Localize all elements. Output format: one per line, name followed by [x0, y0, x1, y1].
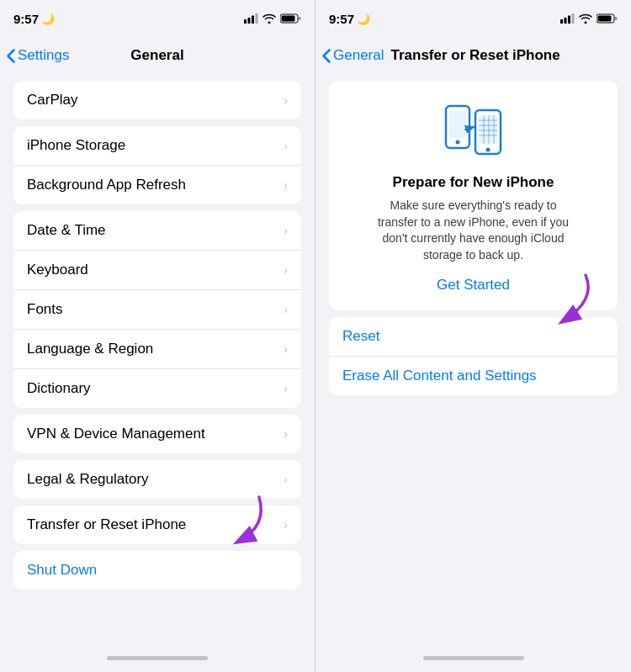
home-indicator-left: [0, 643, 315, 672]
transfer-phones-icon: [442, 98, 505, 161]
section-transfer-wrapper: Transfer or Reset iPhone ›: [13, 505, 301, 544]
time-right: 9:57: [329, 12, 354, 26]
wifi-icon-right: [579, 13, 592, 24]
menu-item-iphone-storage[interactable]: iPhone Storage ›: [13, 126, 301, 166]
dictionary-chevron: ›: [284, 382, 288, 395]
battery-icon-right: [597, 13, 618, 24]
back-label-left: Settings: [18, 47, 69, 64]
shutdown-label: Shut Down: [27, 562, 97, 579]
signal-icon-left: [244, 13, 258, 24]
language-region-chevron: ›: [284, 342, 288, 356]
scroll-content-left: CarPlay › iPhone Storage › Background Ap…: [0, 74, 315, 643]
moon-icon-right: 🌙: [357, 13, 370, 25]
reset-label: Reset: [342, 328, 379, 345]
menu-item-vpn[interactable]: VPN & Device Management ›: [13, 415, 301, 453]
fonts-chevron: ›: [284, 303, 288, 316]
menu-item-erase[interactable]: Erase All Content and Settings: [329, 357, 618, 395]
home-bar-left: [107, 656, 208, 660]
phone-illustration: [442, 98, 505, 161]
legal-label: Legal & Regulatory: [27, 471, 149, 488]
svg-point-27: [486, 148, 490, 152]
svg-rect-19: [479, 115, 497, 144]
iphone-storage-chevron: ›: [284, 139, 288, 152]
card-title: Prepare for New iPhone: [393, 174, 554, 191]
signal-icon-right: [560, 13, 575, 24]
status-bar-left: 9:57 🌙: [0, 0, 315, 37]
nav-title-left: General: [130, 47, 183, 64]
carplay-label: CarPlay: [27, 92, 77, 108]
svg-rect-10: [568, 16, 570, 24]
svg-rect-14: [615, 17, 618, 20]
get-started-link[interactable]: Get Started: [437, 277, 510, 294]
transfer-reset-label: Transfer or Reset iPhone: [27, 516, 186, 533]
background-refresh-chevron: ›: [284, 178, 288, 192]
svg-rect-11: [572, 13, 575, 24]
menu-item-carplay[interactable]: CarPlay ›: [13, 81, 301, 119]
time-left: 9:57: [13, 12, 39, 26]
svg-rect-2: [252, 16, 254, 24]
svg-rect-0: [244, 19, 247, 24]
menu-item-date-time[interactable]: Date & Time ›: [13, 211, 301, 251]
svg-rect-8: [560, 19, 563, 24]
svg-rect-16: [449, 111, 466, 138]
left-panel: 9:57 🌙: [0, 0, 316, 672]
section-transfer: Transfer or Reset iPhone ›: [13, 505, 301, 544]
svg-rect-13: [598, 16, 612, 22]
back-button-left[interactable]: Settings: [7, 47, 69, 64]
language-region-label: Language & Region: [27, 341, 153, 357]
transfer-reset-chevron: ›: [284, 518, 288, 532]
vpn-chevron: ›: [284, 427, 288, 441]
section-reset: Reset Erase All Content and Settings: [329, 317, 618, 395]
vpn-label: VPN & Device Management: [27, 426, 205, 442]
status-icons-left: [244, 13, 301, 24]
keyboard-chevron: ›: [284, 263, 288, 277]
date-time-label: Date & Time: [27, 222, 106, 239]
menu-item-transfer-reset[interactable]: Transfer or Reset iPhone ›: [13, 505, 301, 544]
wifi-icon-left: [262, 13, 276, 24]
erase-label: Erase All Content and Settings: [342, 368, 537, 384]
right-panel: 9:57 🌙: [316, 0, 631, 672]
menu-item-shutdown[interactable]: Shut Down: [13, 551, 301, 590]
section-carplay: CarPlay ›: [13, 81, 301, 119]
section-shutdown: Shut Down: [13, 551, 301, 590]
svg-rect-5: [282, 16, 295, 22]
section-reset-wrapper: Reset Erase All Content and Settings: [329, 317, 618, 395]
fonts-label: Fonts: [27, 301, 63, 318]
svg-rect-3: [256, 13, 258, 24]
carplay-chevron: ›: [284, 93, 288, 107]
svg-rect-9: [565, 18, 567, 24]
menu-item-keyboard[interactable]: Keyboard ›: [13, 251, 301, 290]
svg-rect-1: [248, 18, 251, 24]
battery-icon-left: [280, 13, 301, 24]
nav-bar-left: Settings General: [0, 37, 315, 74]
section-vpn: VPN & Device Management ›: [13, 415, 301, 453]
back-label-right: General: [333, 47, 384, 64]
back-chevron-right: [322, 49, 331, 63]
dictionary-label: Dictionary: [27, 380, 91, 397]
scroll-content-right: Prepare for New iPhone Make sure everyth…: [316, 74, 631, 643]
menu-item-dictionary[interactable]: Dictionary ›: [13, 369, 301, 408]
keyboard-label: Keyboard: [27, 262, 88, 278]
menu-item-legal[interactable]: Legal & Regulatory ›: [13, 460, 301, 499]
date-time-chevron: ›: [284, 224, 288, 237]
back-chevron-left: [7, 49, 15, 63]
moon-icon-left: 🌙: [41, 13, 55, 25]
status-bar-right: 9:57 🌙: [316, 0, 631, 37]
section-legal: Legal & Regulatory ›: [13, 460, 301, 499]
menu-item-fonts[interactable]: Fonts ›: [13, 290, 301, 330]
card-description: Make sure everything's ready to transfer…: [373, 198, 575, 263]
menu-item-reset[interactable]: Reset: [329, 317, 618, 357]
nav-title-right: Transfer or Reset iPhone: [390, 47, 559, 64]
home-bar-right: [423, 656, 524, 660]
status-icons-right: [560, 13, 618, 24]
section-date-language: Date & Time › Keyboard › Fonts › Languag…: [13, 211, 301, 408]
back-button-right[interactable]: General: [322, 47, 384, 64]
card-prepare: Prepare for New iPhone Make sure everyth…: [329, 81, 618, 310]
menu-item-background-refresh[interactable]: Background App Refresh ›: [13, 166, 301, 204]
iphone-storage-label: iPhone Storage: [27, 137, 125, 154]
background-refresh-label: Background App Refresh: [27, 177, 186, 193]
section-storage: iPhone Storage › Background App Refresh …: [13, 126, 301, 204]
menu-item-language-region[interactable]: Language & Region ›: [13, 330, 301, 369]
home-indicator-right: [316, 643, 631, 672]
nav-bar-right: General Transfer or Reset iPhone: [316, 37, 631, 74]
